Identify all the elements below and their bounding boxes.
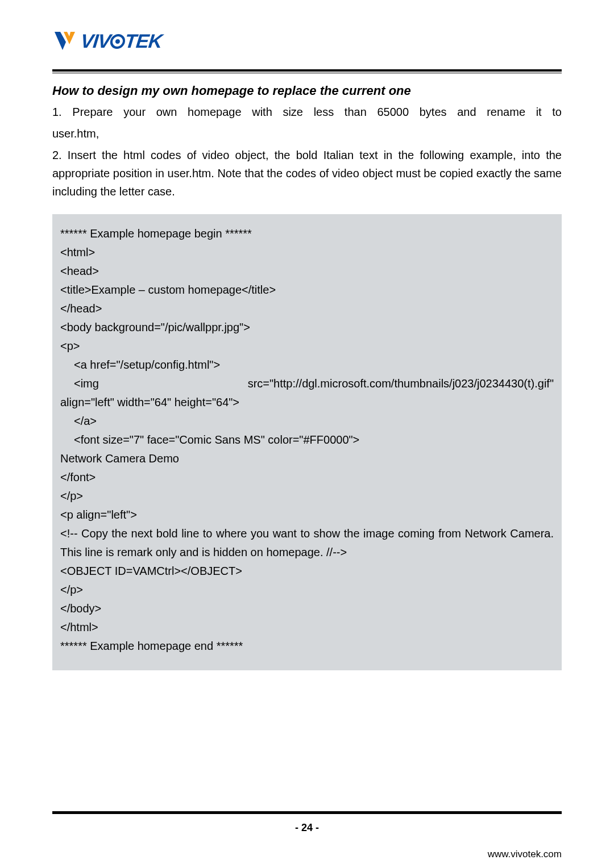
code-line: Network Camera Demo [60,449,554,468]
footer-url: www.vivotek.com [488,849,562,860]
logo-o-icon [109,34,126,49]
code-line: </font> [60,468,554,487]
brand-logo: VIVTEK [52,28,562,53]
code-line: </body> [60,599,554,618]
code-line: </html> [60,618,554,637]
code-line: <!-- Copy the next bold line to where yo… [60,524,554,562]
logo-wordmark: VIVTEK [80,30,163,52]
code-line: </p> [60,581,554,599]
page-footer: - 24 - [52,811,562,834]
code-line: </p> [60,487,554,506]
page-number: - 24 - [52,822,562,834]
code-line: </head> [60,299,554,318]
code-line: ****** Example homepage begin ****** [60,224,554,243]
footer-rule-thick [52,812,562,814]
code-line: <OBJECT ID=VAMCtrl></OBJECT> [60,562,554,581]
code-line: <head> [60,262,554,281]
logo-text-part2: TEK [124,30,163,52]
code-line: <title>Example – custom homepage</title> [60,281,554,299]
code-line: <a href="/setup/config.html"> [60,356,554,374]
code-line: <body background="/pic/wallppr.jpg"> [60,318,554,337]
code-line: </a> [60,412,554,431]
paragraph-1-line2: user.htm, [52,124,562,143]
code-token: src="http://dgl.microsoft.com/thumbnails… [248,377,554,390]
logo-text-part1: VIV [80,30,111,52]
header-rule-thin [52,73,562,73]
code-line: <p align="left"> [60,506,554,524]
code-line: <p> [60,337,554,356]
code-line: <img src="http://dgl.microsoft.com/thumb… [60,374,554,393]
code-token: <img [74,377,99,390]
code-line: ****** Example homepage end ****** [60,637,554,656]
code-line: <font size="7" face="Comic Sans MS" colo… [60,431,554,449]
header-rule-thick [52,69,562,72]
section-heading: How to design my own homepage to replace… [52,84,562,98]
code-line: align="left" width="64" height="64"> [60,393,554,412]
paragraph-1-line1: 1. Prepare your own homepage with size l… [52,103,562,121]
logo-mark-icon [52,28,77,53]
code-line: <html> [60,243,554,262]
paragraph-2: 2. Insert the html codes of video object… [52,146,562,201]
code-example-block: ****** Example homepage begin ****** <ht… [52,214,562,670]
